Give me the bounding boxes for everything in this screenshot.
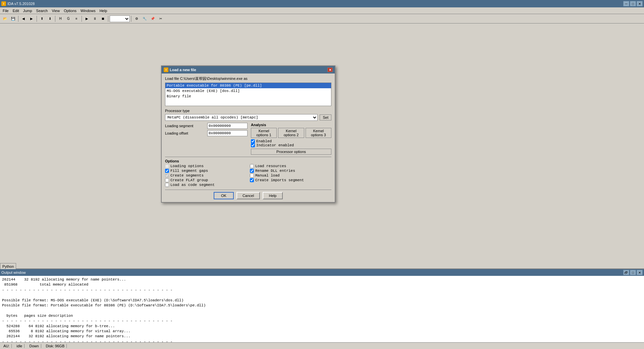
output-line-3: - - - - - - - - - - - - - - - - - - - - … [2, 288, 642, 293]
plugin3[interactable]: 📌 [149, 15, 156, 22]
create-segments-checkbox[interactable] [165, 173, 169, 178]
file-format-list[interactable]: Portable executable for 80386 (PE) [pe.d… [165, 83, 331, 106]
loading-offset-input[interactable] [207, 130, 248, 136]
menu-file[interactable]: File [1, 8, 11, 13]
output-line-11: 65536 8 8192 allocating memory for virtu… [2, 329, 642, 334]
create-imports-checkbox[interactable] [250, 178, 254, 182]
loading-params: Loading segment Loading offset Analysis … [165, 123, 331, 155]
loading-segment-label: Loading segment [165, 124, 205, 128]
output-maximize-button[interactable]: □ [630, 270, 636, 275]
processor-select-row: MetaPC (disassemble all opcodes) [metapc… [165, 114, 331, 121]
output-line-7 [2, 308, 642, 313]
output-line-2: 851968 total memory allocated [2, 282, 642, 287]
output-line-10: 524288 64 8192 allocating memory for b-t… [2, 324, 642, 329]
file-format-pe[interactable]: Portable executable for 80386 (PE) [pe.d… [165, 83, 331, 88]
options-header: Options [165, 159, 331, 163]
manual-load-checkbox[interactable] [250, 173, 254, 178]
menu-edit[interactable]: Edit [11, 8, 21, 13]
menu-search[interactable]: Search [34, 8, 50, 13]
loading-segment-col: Loading segment Loading offset [165, 123, 248, 155]
python-tab[interactable]: Python [0, 263, 16, 269]
modal-title-bar: I Load a new file ✕ [162, 66, 335, 73]
load-resources-checkbox[interactable] [250, 164, 254, 168]
output-line-12: 262144 32 8192 allocating memory for nam… [2, 334, 642, 339]
debug-dropdown[interactable] [110, 15, 130, 22]
processor-options-button[interactable]: Processor options [251, 149, 331, 155]
cancel-button[interactable]: Cancel [236, 192, 260, 199]
back-button[interactable]: ◀ [20, 15, 27, 22]
title-bar-controls[interactable]: ─ □ ✕ [623, 1, 643, 6]
file-format-binary[interactable]: Binary file [165, 94, 331, 99]
kernel-options-1[interactable]: Kernel options 1 [251, 128, 277, 138]
rename-dll-row: Rename DLL entries [250, 169, 331, 173]
rename-dll-checkbox[interactable] [250, 169, 254, 173]
options-divider [165, 157, 331, 157]
sep4 [82, 16, 82, 22]
minimize-button[interactable]: ─ [623, 1, 629, 6]
load-resources-row: Load resources [250, 164, 331, 168]
menu-bar: File Edit Jump Search View Options Windo… [0, 7, 644, 14]
menu-view[interactable]: View [50, 8, 62, 13]
indicator-enabled-checkbox[interactable] [251, 143, 255, 147]
fwd-button[interactable]: ▶ [28, 15, 35, 22]
kernel-options-3[interactable]: Kernel options 3 [306, 128, 331, 138]
plugin1[interactable]: ⚙ [133, 15, 140, 22]
processor-type-row: Processor type [165, 109, 331, 113]
hex-view[interactable]: H [57, 15, 64, 22]
create-flat-checkbox[interactable] [165, 178, 169, 182]
close-button[interactable]: ✕ [637, 1, 643, 6]
output-title-bar: Output window 🗗 □ ✕ [0, 269, 644, 276]
output-close-button[interactable]: ✕ [637, 270, 643, 275]
ok-button[interactable]: OK [214, 192, 234, 199]
kernel-options-2[interactable]: Kernel options 2 [278, 128, 304, 138]
list-view[interactable]: ≡ [73, 15, 80, 22]
output-line-5: Possible file format: MS-DOS executable … [2, 298, 642, 303]
plugin2[interactable]: 🔧 [141, 15, 148, 22]
output-title-controls[interactable]: 🗗 □ ✕ [623, 270, 643, 275]
menu-windows[interactable]: Windows [78, 8, 98, 13]
stop-button[interactable]: ⏹ [99, 15, 107, 22]
processor-select[interactable]: MetaPC (disassemble all opcodes) [metapc… [165, 114, 318, 121]
loading-segment-row: Loading segment [165, 123, 248, 129]
nav2[interactable]: ⬇ [46, 15, 54, 22]
menu-options[interactable]: Options [62, 8, 78, 13]
maximize-button[interactable]: □ [630, 1, 636, 6]
create-segments-row: Create segments [165, 173, 247, 178]
fill-segment-checkbox[interactable] [165, 169, 169, 173]
set-button[interactable]: Set [320, 114, 331, 120]
graph-view[interactable]: G [65, 15, 72, 22]
output-content: 262144 32 8192 allocating memory for nam… [0, 276, 644, 342]
menu-jump[interactable]: Jump [21, 8, 34, 13]
create-imports-label: Create imports segment [255, 178, 304, 182]
output-line-1: 262144 32 8192 allocating memory for nam… [2, 277, 642, 282]
sep2 [37, 16, 37, 22]
analysis-enabled-checkbox[interactable] [251, 139, 255, 143]
loading-offset-label: Loading offset [165, 131, 205, 135]
save-button[interactable]: 💾 [9, 15, 17, 22]
plugin4[interactable]: ✂ [157, 15, 164, 22]
open-button[interactable]: 📂 [1, 15, 9, 22]
load-resources-label: Load resources [255, 164, 286, 168]
processor-type-label: Processor type [165, 109, 205, 113]
run-button[interactable]: ▶ [83, 15, 91, 22]
rename-dll-label: Rename DLL entries [255, 169, 295, 173]
modal-body: Load file C:\Users\某帮园\Desktop\winmine.e… [162, 73, 335, 202]
load-as-code-label: Load as code segment [170, 183, 215, 187]
nav1[interactable]: ⬆ [38, 15, 46, 22]
modal-close-button[interactable]: ✕ [327, 67, 333, 72]
menu-help[interactable]: Help [98, 8, 109, 13]
output-window: Output window 🗗 □ ✕ 262144 32 8192 alloc… [0, 268, 644, 342]
fill-segment-label: Fill segment gaps [170, 169, 208, 173]
loading-options-checkbox[interactable] [165, 164, 169, 168]
create-segments-label: Create segments [170, 173, 204, 178]
output-restore-button[interactable]: 🗗 [623, 270, 629, 275]
loading-options-label: Loading options [170, 164, 204, 168]
file-format-dos[interactable]: MS-DOS executable (EXE) [dos.dll] [165, 88, 331, 94]
load-as-code-checkbox[interactable] [165, 183, 169, 187]
loading-segment-input[interactable] [207, 123, 248, 129]
help-button[interactable]: Help [263, 192, 283, 199]
output-line-9: - - - - - - - - - - - - - - - - - - - - … [2, 318, 642, 323]
status-bar: AU: idle Down Disk: 96GB [0, 342, 644, 349]
disk-label: Disk: 96GB [44, 344, 67, 348]
pause-button[interactable]: ⏸ [91, 15, 99, 22]
